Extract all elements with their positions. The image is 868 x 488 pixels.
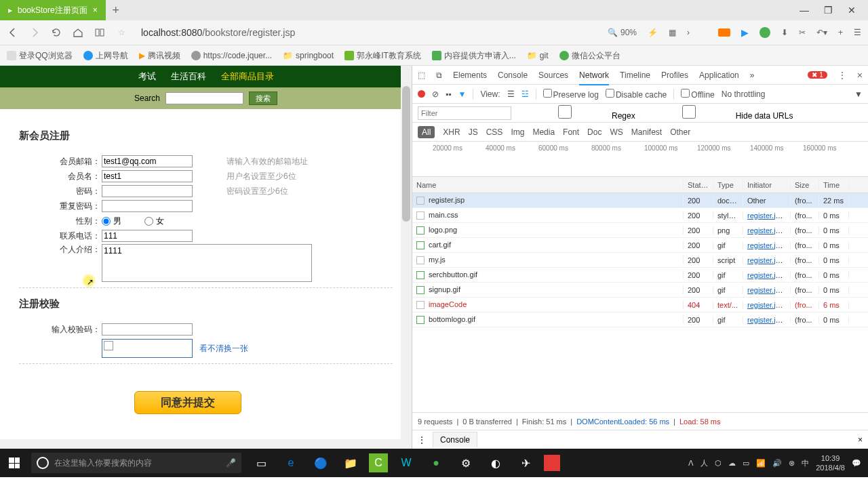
captcha-image[interactable] [102, 339, 193, 358]
cut-icon[interactable]: ✂ [799, 28, 806, 37]
menu-icon[interactable]: ☰ [854, 28, 861, 37]
app-icon[interactable]: W [392, 449, 420, 477]
email-input[interactable] [102, 155, 193, 167]
qr-icon[interactable]: ▦ [669, 28, 676, 37]
app-icon[interactable]: ✈ [511, 449, 540, 477]
minimize-icon[interactable]: — [800, 5, 809, 16]
reader-icon[interactable] [94, 26, 106, 39]
record-icon[interactable] [718, 28, 730, 37]
regex-checkbox[interactable]: Regex [518, 105, 635, 121]
forward-button[interactable] [28, 26, 41, 39]
dt-tab[interactable]: Console [498, 70, 528, 80]
close-window-icon[interactable]: ✕ [848, 5, 856, 16]
dt-tab[interactable]: Sources [538, 70, 568, 80]
wechat-icon[interactable] [760, 27, 770, 38]
mic-icon[interactable]: 🎤 [226, 458, 236, 468]
undo-icon[interactable]: ↶▾ [816, 28, 827, 37]
bookmark-item[interactable]: ▶腾讯视频 [139, 50, 180, 62]
app-icon[interactable]: C [369, 453, 388, 472]
bookmark-item[interactable]: 登录QQ浏览器 [7, 50, 73, 62]
type-filter-item[interactable]: Other [670, 127, 690, 137]
tray-icon[interactable]: ☁ [728, 459, 736, 468]
chevron-right-icon[interactable]: › [687, 28, 690, 37]
table-row[interactable]: cart.gif200gifregister.jsp:...(fro...0 m… [412, 238, 868, 253]
phone-input[interactable] [102, 230, 193, 242]
app-icon[interactable]: ● [422, 449, 450, 477]
hide-urls-checkbox[interactable]: Hide data URLs [642, 105, 793, 121]
type-filter-item[interactable]: Media [532, 127, 555, 137]
volume-icon[interactable]: 🔊 [772, 459, 782, 468]
filter-icon[interactable]: ▼ [458, 89, 467, 99]
app-icon[interactable]: ◐ [481, 449, 510, 477]
bookmark-item[interactable]: 微信公众平台 [559, 50, 620, 62]
dt-close-icon[interactable]: × [857, 70, 863, 81]
disable-cache-checkbox[interactable]: Disable cache [606, 89, 667, 100]
new-tab-button[interactable]: + [106, 3, 126, 18]
password2-input[interactable] [102, 200, 193, 212]
console-close-icon[interactable]: × [858, 435, 863, 445]
nav-item-active[interactable]: 全部商品目录 [221, 70, 274, 83]
view-list-icon[interactable]: ☰ [507, 89, 515, 99]
dt-tab-active[interactable]: Network [579, 70, 609, 85]
tab-close-icon[interactable]: × [93, 5, 98, 15]
zoom-indicator[interactable]: 🔍90% [608, 28, 637, 37]
play-icon[interactable]: ▶ [741, 27, 749, 38]
browser-tab[interactable]: ▸ bookStore注册页面 × [0, 0, 106, 20]
nav-item[interactable]: 考试 [138, 70, 156, 83]
filter-input[interactable] [418, 106, 511, 120]
error-badge[interactable]: ✖ 1 [808, 71, 827, 79]
type-all[interactable]: All [418, 126, 435, 138]
tray-icon[interactable]: ⊗ [789, 459, 795, 468]
download-icon[interactable]: ⬇ [781, 28, 788, 37]
table-row[interactable]: logo.png200pngregister.jsp:...(fro...0 m… [412, 223, 868, 238]
type-filter-item[interactable]: Doc [587, 127, 601, 137]
timeline[interactable]: 20000 ms40000 ms60000 ms80000 ms100000 m… [412, 142, 868, 177]
captcha-refresh-link[interactable]: 看不清换一张 [199, 343, 248, 354]
bookmark-item[interactable]: 上网导航 [83, 50, 128, 62]
inspect-icon[interactable]: ⬚ [418, 70, 425, 80]
bookmark-item[interactable]: 📁springboot [283, 51, 334, 60]
table-row[interactable]: register.jsp200docu...Other(fro...22 ms [412, 193, 868, 208]
dropdown-icon[interactable]: ▼ [854, 89, 863, 99]
app-icon[interactable]: e [277, 449, 305, 477]
tray-icon[interactable]: ⬡ [715, 459, 722, 468]
table-row[interactable]: bottomlogo.gif200gifregister.jsp:...(fro… [412, 312, 868, 327]
captcha-input[interactable] [102, 323, 193, 336]
table-row[interactable]: my.js200scriptregister.jsp:...(fro...0 m… [412, 253, 868, 268]
type-filter-item[interactable]: WS [610, 127, 623, 137]
console-menu-icon[interactable]: ⋮ [418, 435, 426, 445]
app-icon[interactable] [544, 455, 560, 471]
app-icon[interactable]: 📁 [336, 449, 365, 477]
gender-female-radio[interactable] [144, 217, 153, 226]
nav-item[interactable]: 生活百科 [171, 70, 206, 83]
submit-button[interactable]: 同意并提交 [134, 391, 241, 414]
table-row[interactable]: serchbutton.gif200gifregister.jsp:...(fr… [412, 268, 868, 283]
ime-icon[interactable]: 中 [802, 458, 809, 468]
type-filter-item[interactable]: XHR [443, 127, 460, 137]
type-filter-item[interactable]: Manifest [631, 127, 662, 137]
clock[interactable]: 10:392018/4/8 [816, 453, 845, 473]
console-drawer[interactable]: ⋮ Console × [412, 430, 868, 449]
clear-icon[interactable]: ⊘ [432, 89, 439, 99]
back-button[interactable] [7, 26, 19, 39]
tray-icon[interactable]: ᐱ [688, 459, 694, 468]
password-input[interactable] [102, 185, 193, 197]
dt-tab[interactable]: Timeline [620, 70, 650, 80]
username-input[interactable] [102, 170, 193, 182]
dt-tab[interactable]: Application [699, 70, 739, 80]
star-icon[interactable]: ☆ [115, 26, 127, 39]
wifi-icon[interactable]: 📶 [756, 459, 766, 468]
reload-button[interactable] [50, 26, 62, 39]
tray-icon[interactable]: ▭ [743, 459, 749, 468]
bookmark-item[interactable]: 郭永峰IT教育系统 [344, 50, 421, 62]
dt-tab[interactable]: Elements [453, 70, 487, 80]
app-icon[interactable]: 🔵 [307, 449, 335, 477]
cortana-search[interactable]: 在这里输入你要搜索的内容🎤 [31, 453, 241, 473]
vertical-scrollbar[interactable] [401, 66, 412, 449]
type-filter-item[interactable]: JS [469, 127, 478, 137]
url-display[interactable]: localhost:8080/bookstore/register.jsp [141, 27, 295, 38]
throttle-select[interactable]: No throttling [722, 89, 766, 99]
intro-textarea[interactable] [102, 244, 312, 282]
dt-tab[interactable]: Profiles [661, 70, 688, 80]
more-tabs-icon[interactable]: » [750, 70, 755, 80]
